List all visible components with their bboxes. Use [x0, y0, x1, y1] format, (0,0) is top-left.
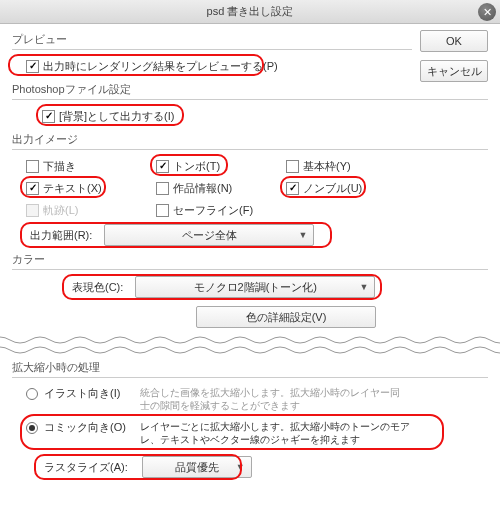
cancel-button[interactable]: キャンセル — [420, 60, 488, 82]
snip-divider — [0, 334, 500, 356]
safeline-checkbox[interactable] — [156, 204, 169, 217]
chevron-down-icon: ▼ — [359, 282, 368, 292]
track-label: 軌跡(L) — [43, 203, 78, 218]
zoom-group-title: 拡大縮小時の処理 — [12, 360, 488, 375]
close-icon[interactable]: ✕ — [478, 3, 496, 21]
output-range-dropdown[interactable]: ページ全体 ▼ — [104, 224, 314, 246]
comic-radio-label: コミック向き(O) — [44, 420, 134, 435]
workinfo-label: 作品情報(N) — [173, 181, 232, 196]
basicframe-label: 基本枠(Y) — [303, 159, 351, 174]
nombre-checkbox[interactable] — [286, 182, 299, 195]
expression-color-value: モノクロ2階調(トーン化) — [194, 280, 317, 295]
text-label: テキスト(X) — [43, 181, 102, 196]
output-range-label: 出力範囲(R): — [26, 224, 96, 246]
track-checkbox — [26, 204, 39, 217]
expression-color-label: 表現色(C): — [68, 276, 127, 298]
output-as-background-checkbox[interactable] — [42, 110, 55, 123]
comic-radio[interactable] — [26, 422, 38, 434]
comic-desc: レイヤーごとに拡大縮小します。拡大縮小時のトーンのモアレ、テキストやベクター線の… — [140, 420, 420, 446]
ok-button[interactable]: OK — [420, 30, 488, 52]
text-checkbox[interactable] — [26, 182, 39, 195]
illust-desc: 統合した画像を拡大縮小します。拡大縮小時のレイヤー同士の隙間を軽減することができ… — [140, 386, 400, 412]
preview-on-output-checkbox[interactable] — [26, 60, 39, 73]
image-group-title: 出力イメージ — [12, 132, 488, 147]
expression-color-dropdown[interactable]: モノクロ2階調(トーン化) ▼ — [135, 276, 375, 298]
color-group-title: カラー — [12, 252, 488, 267]
rasterize-label: ラスタライズ(A): — [40, 456, 132, 478]
tonbo-checkbox[interactable] — [156, 160, 169, 173]
basicframe-checkbox[interactable] — [286, 160, 299, 173]
draft-checkbox[interactable] — [26, 160, 39, 173]
chevron-down-icon: ▼ — [236, 462, 245, 472]
preview-group-title: プレビュー — [12, 32, 412, 47]
psfile-group-title: Photoshopファイル設定 — [12, 82, 488, 97]
tonbo-label: トンボ(T) — [173, 159, 220, 174]
rasterize-dropdown[interactable]: 品質優先 ▼ — [142, 456, 252, 478]
draft-label: 下描き — [43, 159, 76, 174]
preview-on-output-label: 出力時にレンダリング結果をプレビューする(P) — [43, 59, 278, 74]
workinfo-checkbox[interactable] — [156, 182, 169, 195]
color-detail-button[interactable]: 色の詳細設定(V) — [196, 306, 376, 328]
window-title: psd 書き出し設定 — [0, 4, 500, 19]
output-as-background-label: [背景]として出力する(I) — [59, 109, 175, 124]
output-range-value: ページ全体 — [182, 228, 237, 243]
illust-radio-label: イラスト向き(I) — [44, 386, 134, 401]
safeline-label: セーフライン(F) — [173, 203, 253, 218]
nombre-label: ノンブル(U) — [303, 181, 362, 196]
illust-radio[interactable] — [26, 388, 38, 400]
chevron-down-icon: ▼ — [298, 230, 307, 240]
rasterize-value: 品質優先 — [175, 460, 219, 475]
